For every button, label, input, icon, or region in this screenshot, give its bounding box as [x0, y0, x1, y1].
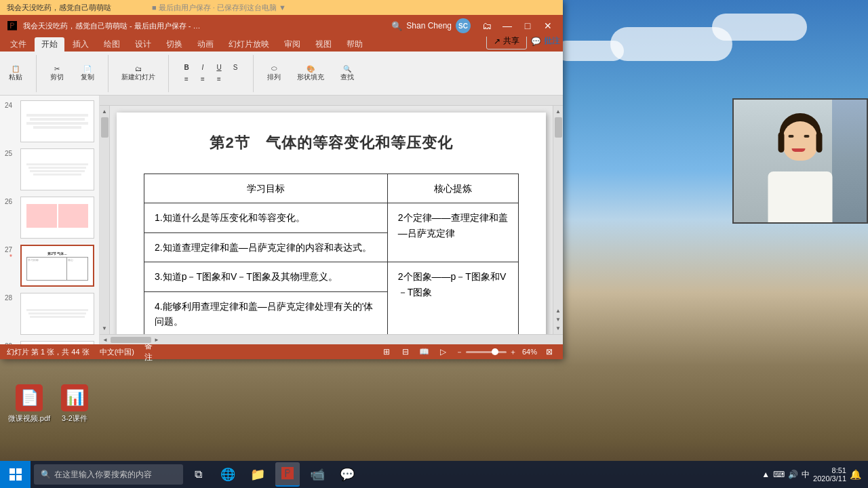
ribbon-bold[interactable]: B	[179, 62, 194, 73]
slide-thumb-28[interactable]: 28	[3, 291, 96, 336]
slide-content-28	[21, 293, 94, 334]
table-row-1: 1.知道什么是等压变化和等容变化。 2个定律——查理定律和盖—吕萨克定律	[144, 203, 519, 232]
taskbar-chat-button[interactable]: 💬	[335, 462, 359, 487]
taskbar-video-button[interactable]: 📹	[305, 462, 330, 487]
taskbar-search-box[interactable]: 🔍 在这里输入你要搜索的内容	[34, 464, 183, 485]
ppt-window: 我会天没吃药，感觉自己萌萌哒 ■ 最后由用户保存 · 已保存到这台电脑 ▼ 🅿 …	[0, 0, 563, 359]
slide-star-27: *	[9, 253, 12, 261]
search-button[interactable]: 🔍	[387, 18, 406, 33]
slide-num-28: 28	[5, 293, 17, 335]
scroll-right-down2[interactable]: ▼	[554, 315, 562, 324]
desktop-icon-pdf[interactable]: 📄 微课视频.pdf	[5, 384, 53, 424]
taskbar-edge-button[interactable]: 🌐	[216, 462, 240, 487]
start-button[interactable]	[0, 461, 31, 488]
cloud-2	[712, 14, 807, 41]
zoom-control[interactable]: － ＋	[456, 347, 517, 357]
ribbon-align-center[interactable]: ≡	[195, 74, 210, 84]
slide-sorter-button[interactable]: ⊟	[399, 346, 412, 358]
right-scroll-thumb[interactable]	[555, 117, 562, 138]
ribbon-align-left[interactable]: ≡	[179, 74, 194, 84]
top-ruler	[100, 96, 563, 106]
ribbon-collapse-button[interactable]: 🗂	[477, 18, 496, 33]
ribbon-underline[interactable]: U	[212, 62, 226, 73]
ribbon-align-right[interactable]: ≡	[212, 74, 226, 84]
ribbon-new-slide[interactable]: 🗂 新建幻灯片	[119, 64, 158, 83]
slide-img-29[interactable]: ■■■■■■■■■ ■ ■ ■ ■ ■ ■ ■ ■ ■ ■	[20, 341, 94, 344]
svg-rect-2	[9, 475, 15, 481]
taskbar-explorer-button[interactable]: 📁	[245, 462, 270, 487]
tab-design[interactable]: 设计	[128, 37, 158, 52]
notification-bar: 我会天没吃药，感觉自己萌萌哒 ■ 最后由用户保存 · 已保存到这台电脑 ▼	[0, 0, 563, 15]
taskbar-clock[interactable]: 8:51 2020/3/11	[813, 466, 846, 483]
slide-img-27[interactable]: 第2节 气体... 学习目标 核心	[20, 245, 94, 287]
ribbon-copy[interactable]: 📄 复制	[77, 64, 98, 83]
slide-img-26[interactable]	[20, 197, 94, 239]
scroll-right-down3[interactable]: ▼	[554, 324, 562, 333]
tab-slideshow[interactable]: 幻灯片放映	[222, 37, 276, 52]
scroll-up-arrow[interactable]: ▲	[100, 107, 108, 116]
notification-icon[interactable]: 🔔	[850, 469, 861, 480]
maximize-button[interactable]: □	[518, 18, 537, 33]
zoom-plus[interactable]: ＋	[509, 347, 517, 357]
zoom-minus[interactable]: －	[456, 347, 463, 357]
bottom-scroll-thumb[interactable]	[111, 337, 151, 343]
slide-thumb-26[interactable]: 26	[3, 195, 96, 240]
webcam-hair-left	[778, 132, 785, 152]
tab-view[interactable]: 视图	[309, 37, 338, 52]
tab-transition[interactable]: 切换	[159, 37, 189, 52]
ribbon-italic[interactable]: I	[195, 62, 210, 73]
left-scroll-thumb[interactable]	[101, 117, 108, 138]
shape-icon: ⬭	[271, 64, 277, 73]
slide-thumb-29[interactable]: 29 * ■■■■■■■■■ ■ ■ ■ ■ ■ ■ ■ ■ ■ ■	[3, 340, 96, 344]
ribbon-cut[interactable]: ✂ 剪切	[47, 64, 67, 83]
taskbar-system-tray: ▲ ⌨ 🔊 中 8:51 2020/3/11 🔔	[762, 466, 868, 483]
tab-review[interactable]: 审阅	[277, 37, 307, 52]
notes-button[interactable]: 备注	[144, 346, 158, 358]
scroll-left-arrow[interactable]: ◄	[101, 336, 109, 344]
table-cell-3-right: 2个图象——p－T图象和V－T图象	[387, 262, 518, 334]
input-method-icon[interactable]: 中	[802, 469, 810, 481]
batch-icon: 💬	[531, 37, 541, 46]
user-name: Shan Cheng	[406, 21, 452, 30]
slideshow-button[interactable]: ▷	[437, 346, 450, 358]
close-button[interactable]: ✕	[538, 18, 557, 33]
pdf-icon-label: 微课视频.pdf	[8, 413, 50, 424]
ribbon-shape[interactable]: ⬭ 排列	[264, 63, 284, 83]
ribbon-shadow[interactable]: S	[228, 62, 243, 73]
ribbon-fill[interactable]: 🎨 形状填充	[294, 64, 327, 83]
fit-slide-button[interactable]: ⊠	[542, 346, 556, 358]
scroll-right-down1[interactable]: ▲	[554, 306, 562, 315]
volume-icon[interactable]: 🔊	[788, 470, 798, 479]
taskbar-ppt-button[interactable]: 🅿	[275, 462, 300, 487]
slide-thumb-24[interactable]: 24	[3, 99, 96, 144]
slide-img-28[interactable]	[20, 293, 94, 335]
slide-panel[interactable]: 24 25	[0, 96, 100, 344]
table-cell-1-left: 1.知道什么是等压变化和等容变化。	[144, 203, 388, 232]
tab-help[interactable]: 帮助	[340, 37, 370, 52]
normal-view-button[interactable]: ⊞	[380, 346, 393, 358]
tab-draw[interactable]: 绘图	[97, 37, 127, 52]
expand-tray-button[interactable]: ▲	[762, 470, 770, 479]
scroll-down-arrow[interactable]: ▼	[100, 324, 108, 333]
scroll-right-up[interactable]: ▲	[554, 107, 562, 116]
slide-img-24[interactable]	[20, 100, 94, 142]
minimize-button[interactable]: —	[498, 18, 517, 33]
tab-insert[interactable]: 插入	[66, 37, 96, 52]
tab-home[interactable]: 开始	[35, 37, 64, 52]
status-bar: 幻灯片 第 1 张，共 44 张 中文(中国) 备注 ⊞ ⊟ 📖 ▷ －	[0, 344, 563, 359]
fill-icon: 🎨	[307, 65, 315, 73]
task-view-button[interactable]: ⧉	[186, 462, 210, 487]
tab-animation[interactable]: 动画	[191, 37, 220, 52]
scroll-right-arrow[interactable]: ►	[153, 336, 161, 344]
ribbon-find[interactable]: 🔍 查找	[337, 64, 357, 83]
slide-thumb-25[interactable]: 25	[3, 147, 96, 192]
reading-view-button[interactable]: 📖	[418, 346, 431, 358]
ribbon-paste[interactable]: 📋 粘贴	[5, 64, 26, 83]
slide-img-25[interactable]	[20, 148, 94, 190]
desktop-icon-ppt[interactable]: 📊 3-2课件	[51, 384, 98, 424]
ribbon-separator-1	[36, 55, 37, 92]
tab-file[interactable]: 文件	[3, 37, 33, 52]
pdf-icon: 📄	[16, 384, 43, 411]
slide-thumb-27[interactable]: 27 * 第2节 气体... 学习目标 核心	[3, 243, 96, 288]
batch-button[interactable]: 💬 批注	[531, 35, 560, 47]
